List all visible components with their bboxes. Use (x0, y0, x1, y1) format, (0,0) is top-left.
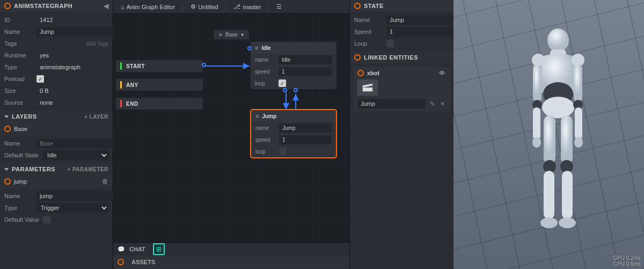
edit-icon[interactable]: ✎ (429, 100, 436, 107)
branch-button[interactable]: ⎇master (229, 2, 265, 12)
layer-selector[interactable]: ≡ Base ▾ (214, 30, 249, 39)
list-icon: ☰ (276, 3, 282, 10)
svg-rect-19 (544, 171, 554, 219)
port-out-bottom[interactable] (283, 88, 287, 92)
graph-editor: ⌂Anim Graph Editor ⚙Untitled ⎇master ☰ ≡… (113, 0, 349, 269)
collapse-icon[interactable]: ◀ (104, 2, 109, 10)
menu-icon: ≡ (219, 32, 222, 38)
close-icon[interactable]: ✕ (439, 100, 446, 107)
param-name-field: Name (0, 190, 113, 202)
robot-model (507, 21, 604, 247)
layer-default-state-field: Default StateIdle (0, 149, 113, 161)
3d-viewport[interactable]: GPU 0.2ms CPU 0.6ms (453, 0, 644, 269)
chat-tab[interactable]: CHAT (129, 246, 145, 252)
param-default-checkbox[interactable] (43, 216, 50, 223)
svg-point-6 (542, 97, 574, 118)
state-speed-field: Speed (350, 26, 453, 38)
chat-icon: 💬 (118, 246, 125, 253)
port-in-bottom[interactable] (294, 88, 298, 92)
field-name: Name (0, 26, 113, 38)
node-end[interactable]: END (116, 98, 203, 110)
inspector-title: ANIMSTATEGRAPH (14, 3, 72, 9)
layer-base-header[interactable]: Base (0, 122, 113, 135)
chevron-down-icon: ▾ (241, 32, 244, 38)
add-layer-button[interactable]: + LAYER (84, 114, 108, 120)
layers-header[interactable]: LAYERS + LAYER (0, 111, 113, 122)
asset-row-jump: Jump ✎ ✕ (357, 99, 446, 108)
layer-name-field: Name (0, 137, 113, 149)
name-input[interactable] (36, 27, 117, 37)
state-card-jump[interactable]: ≡Jump nameJump speed1 loop (251, 110, 336, 158)
field-tags: TagsAdd Tags (0, 38, 113, 49)
list-button[interactable]: ☰ (272, 2, 286, 12)
layer-icon (4, 126, 11, 132)
menu-icon: ≡ (255, 45, 258, 51)
entity-card-xbot[interactable]: xbot 👁 Jump ✎ ✕ (353, 67, 450, 112)
svg-point-24 (559, 217, 576, 228)
bottom-bar: 💬 CHAT ⊞ ASSETS (113, 242, 349, 269)
chevron-down-icon (4, 115, 9, 118)
parameters-header[interactable]: PARAMETERS + PARAMETER (0, 163, 113, 175)
home-button[interactable]: ⌂Anim Graph Editor (116, 2, 179, 12)
linked-icon (354, 54, 361, 61)
chevron-down-icon (4, 168, 9, 171)
jump-loop-checkbox[interactable] (279, 148, 287, 155)
gear-icon: ⚙ (191, 3, 196, 10)
svg-rect-21 (561, 115, 573, 164)
animstategraph-icon (4, 3, 11, 9)
clapper-icon (357, 79, 378, 96)
field-id: ID1412 (0, 14, 113, 26)
node-start[interactable]: START (116, 60, 203, 72)
add-tags-button[interactable]: Add Tags (86, 41, 108, 47)
preload-checkbox[interactable]: ✓ (36, 75, 44, 83)
default-state-select[interactable]: Idle (43, 150, 108, 160)
bot-icon[interactable]: ⊞ (153, 243, 165, 255)
state-card-idle[interactable]: ≡Idle nameIdle speed1 loop✓ (251, 42, 336, 89)
svg-point-3 (547, 28, 569, 52)
param-name-input[interactable] (36, 191, 117, 201)
inspector-title-bar[interactable]: ANIMSTATEGRAPH ◀ (0, 0, 113, 12)
delete-parameter-button[interactable]: 🗑 (102, 178, 108, 185)
idle-loop-checkbox[interactable]: ✓ (279, 79, 286, 87)
svg-rect-13 (574, 64, 582, 102)
svg-rect-8 (533, 64, 541, 102)
branch-icon: ⎇ (233, 3, 240, 10)
port-in[interactable] (247, 46, 252, 50)
idle-speed-value[interactable]: 1 (279, 67, 332, 76)
add-parameter-button[interactable]: + PARAMETER (67, 166, 108, 172)
jump-speed-value[interactable]: 1 (279, 135, 332, 144)
home-icon: ⌂ (121, 4, 125, 10)
inspector-panel: ANIMSTATEGRAPH ◀ ID1412 Name TagsAdd Tag… (0, 0, 113, 269)
jump-name-value[interactable]: Jump (279, 123, 332, 133)
state-panel: STATE Name Speed Loop LINKED ENTITIES xb… (349, 0, 453, 269)
param-type-select[interactable]: Trigger (36, 203, 108, 213)
editor-toolbar: ⌂Anim Graph Editor ⚙Untitled ⎇master ☰ (113, 0, 349, 14)
state-name-field: Name (350, 14, 453, 26)
perf-stats: GPU 0.2ms CPU 0.6ms (613, 255, 641, 267)
svg-point-11 (532, 137, 541, 148)
svg-point-16 (574, 137, 583, 148)
visibility-icon[interactable]: 👁 (438, 70, 446, 76)
svg-point-20 (540, 217, 558, 228)
state-loop-checkbox[interactable] (386, 40, 394, 47)
layer-name-input[interactable] (36, 139, 117, 148)
linked-entities-header[interactable]: LINKED ENTITIES (350, 52, 453, 63)
menu-icon: ≡ (255, 113, 259, 119)
port-out[interactable] (202, 63, 206, 67)
state-header[interactable]: STATE (350, 0, 453, 12)
idle-name-value[interactable]: Idle (279, 55, 332, 64)
svg-rect-15 (575, 107, 582, 140)
field-type: Typeanimstategraph (0, 61, 113, 73)
settings-button[interactable]: ⚙Untitled (186, 2, 222, 12)
svg-rect-17 (544, 115, 555, 164)
graph-canvas[interactable]: ≡ Base ▾ START ANY END ≡Idle nameIdle (113, 14, 349, 242)
param-jump-header[interactable]: jump 🗑 (0, 175, 113, 188)
param-default-field: Default Value (0, 214, 113, 226)
state-loop-field: Loop (350, 38, 453, 49)
assets-tab[interactable]: ASSETS (131, 259, 155, 265)
param-type-field: TypeTrigger (0, 202, 113, 214)
parameter-icon (4, 178, 11, 185)
assets-icon (118, 259, 124, 265)
field-runtime: Runtimeyes (0, 49, 113, 61)
node-any[interactable]: ANY (116, 79, 203, 91)
